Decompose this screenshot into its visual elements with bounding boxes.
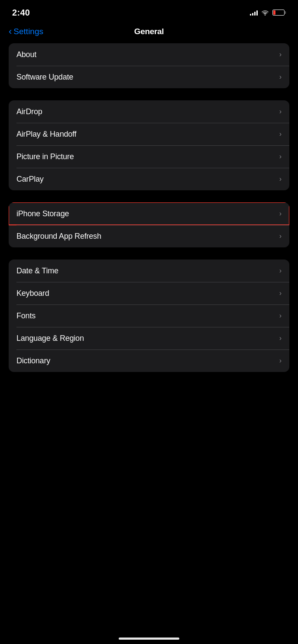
settings-item-label: Picture in Picture <box>16 152 74 161</box>
battery-icon <box>272 10 286 16</box>
settings-item-keyboard[interactable]: Keyboard › <box>9 282 289 304</box>
settings-item-picture-in-picture[interactable]: Picture in Picture › <box>9 145 289 168</box>
settings-group-2: AirDrop › AirPlay & Handoff › Picture in… <box>9 100 289 190</box>
settings-group-1: About › Software Update › <box>9 43 289 88</box>
status-icons <box>250 10 286 16</box>
status-time: 2:40 <box>12 8 30 18</box>
chevron-right-icon: › <box>279 130 282 138</box>
signal-bar-4 <box>256 10 258 16</box>
settings-item-background-app-refresh[interactable]: Background App Refresh › <box>9 225 289 247</box>
settings-item-label: Date & Time <box>16 266 58 276</box>
chevron-right-icon: › <box>279 334 282 342</box>
chevron-right-icon: › <box>279 232 282 240</box>
chevron-right-icon: › <box>279 108 282 115</box>
settings-item-fonts[interactable]: Fonts › <box>9 304 289 327</box>
settings-item-label: Keyboard <box>16 289 49 298</box>
chevron-right-icon: › <box>279 73 282 81</box>
chevron-right-icon: › <box>279 153 282 160</box>
settings-group-3: iPhone Storage › Background App Refresh … <box>9 202 289 247</box>
signal-bar-3 <box>254 12 256 16</box>
chevron-right-icon: › <box>279 51 282 58</box>
settings-item-label: CarPlay <box>16 175 44 184</box>
back-chevron-icon: ‹ <box>9 27 12 36</box>
settings-item-label: Dictionary <box>16 356 50 365</box>
settings-item-iphone-storage[interactable]: iPhone Storage › <box>9 202 289 225</box>
settings-item-software-update[interactable]: Software Update › <box>9 66 289 88</box>
settings-item-about[interactable]: About › <box>9 43 289 66</box>
chevron-right-icon: › <box>279 312 282 320</box>
page-title: General <box>134 27 164 36</box>
back-button-label: Settings <box>13 27 43 36</box>
chevron-right-icon: › <box>279 175 282 183</box>
status-bar: 2:40 <box>0 0 298 23</box>
settings-item-label: Fonts <box>16 311 36 320</box>
settings-item-label: iPhone Storage <box>16 209 69 218</box>
settings-item-label: Language & Region <box>16 334 84 343</box>
chevron-right-icon: › <box>279 357 282 365</box>
settings-item-airplay-handoff[interactable]: AirPlay & Handoff › <box>9 123 289 145</box>
settings-content: About › Software Update › AirDrop › AirP… <box>0 43 298 372</box>
settings-item-date-time[interactable]: Date & Time › <box>9 260 289 282</box>
battery-tip <box>285 11 286 14</box>
settings-item-label: Software Update <box>16 73 73 82</box>
settings-item-label: About <box>16 50 36 59</box>
signal-bar-1 <box>250 14 251 16</box>
settings-item-label: AirDrop <box>16 107 42 116</box>
battery-fill <box>273 10 275 15</box>
battery-body <box>272 10 285 16</box>
settings-item-airdrop[interactable]: AirDrop › <box>9 100 289 123</box>
home-indicator <box>119 638 179 640</box>
wifi-icon <box>261 10 269 16</box>
signal-bar-2 <box>252 13 253 16</box>
nav-bar: ‹ Settings General <box>0 23 298 43</box>
signal-bars-icon <box>250 10 258 16</box>
chevron-right-icon: › <box>279 267 282 275</box>
chevron-right-icon: › <box>279 210 282 218</box>
settings-item-dictionary[interactable]: Dictionary › <box>9 349 289 372</box>
settings-item-label: Background App Refresh <box>16 232 101 241</box>
settings-item-label: AirPlay & Handoff <box>16 130 76 139</box>
back-button[interactable]: ‹ Settings <box>9 27 43 36</box>
settings-item-carplay[interactable]: CarPlay › <box>9 168 289 190</box>
chevron-right-icon: › <box>279 289 282 297</box>
settings-item-language-region[interactable]: Language & Region › <box>9 327 289 349</box>
settings-group-4: Date & Time › Keyboard › Fonts › Languag… <box>9 260 289 372</box>
